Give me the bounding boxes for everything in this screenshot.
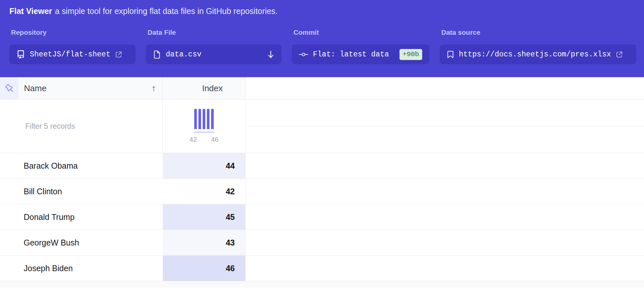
bookmark-icon [447,50,454,59]
name-filter-cell [0,100,163,153]
index-cell: 42 [163,179,245,204]
data-table: Name ↑ Index 42 46 [0,77,644,288]
name-cell: GeorgeW Bush [0,230,163,255]
data-source-label: Data source [441,29,636,36]
row-spacer [245,230,644,255]
filter-spacer [245,100,644,153]
index-cell: 46 [163,256,245,281]
data-file-button[interactable]: data.csv [146,44,281,64]
app-header: Flat Viewera simple tool for exploring f… [0,0,644,77]
index-cell: 43 [163,230,245,255]
column-name-label: Name [24,83,46,93]
row-spacer [245,179,644,204]
index-cell: 44 [163,153,245,178]
column-header-index[interactable]: Index [163,77,245,99]
index-histogram-filter[interactable]: 42 46 [163,100,245,153]
commit-size-badge: +90b [400,49,422,60]
commit-icon [299,50,308,59]
pin-icon [5,84,14,92]
name-cell: Joseph Biden [0,256,163,281]
name-cell: Donald Trump [0,204,163,230]
table-row: Barack Obama44 [0,153,644,179]
histogram-labels: 42 46 [189,136,219,143]
commit-button[interactable]: Flat: latest data +90b [292,44,429,64]
data-file-control: Data File data.csv [146,29,281,64]
table-row: Joseph Biden46 [0,256,644,281]
table-body: Barack Obama44Bill Clinton42Donald Trump… [0,153,644,281]
name-cell: Barack Obama [0,153,163,178]
filter-spacer-cell [245,100,644,126]
histogram-bar [207,109,209,129]
data-source-control: Data source https://docs.sheetjs.com/pre… [440,29,636,64]
data-source-button[interactable]: https://docs.sheetjs.com/pres.xlsx [440,44,636,64]
histogram-bar [198,109,201,129]
histogram-bar [211,109,214,129]
column-header-name[interactable]: Name ↑ [18,77,163,99]
histogram-max-label: 46 [211,136,219,143]
filter-row: 42 46 [0,100,644,153]
header-spacer [245,77,644,99]
data-source-url: https://docs.sheetjs.com/pres.xlsx [459,50,611,59]
repository-value: SheetJS/flat-sheet [30,50,110,59]
commit-control: Commit Flat: latest data +90b [292,29,429,64]
histogram-bars [194,109,214,129]
sort-ascending-icon: ↑ [152,83,156,93]
commit-message: Flat: latest data [313,50,389,59]
app-subtitle: a simple tool for exploring flat data fi… [55,6,278,16]
repository-label: Repository [11,29,136,36]
row-spacer [245,153,644,178]
pin-column-button[interactable] [0,77,18,99]
repository-control: Repository SheetJS/flat-sheet [9,29,136,64]
bottom-strip [0,281,644,288]
name-cell: Bill Clinton [0,179,163,204]
filter-input[interactable] [0,122,162,131]
data-file-label: Data File [148,29,281,36]
table-row: GeorgeW Bush43 [0,230,644,256]
commit-label: Commit [293,29,429,36]
index-cell: 45 [163,204,245,230]
file-icon [153,50,161,59]
histogram-bar [194,109,197,129]
index-histogram: 42 46 [189,109,219,143]
flat-viewer-app: Flat Viewera simple tool for exploring f… [0,0,644,288]
row-spacer [245,204,644,230]
external-link-icon [115,51,123,58]
title-row: Flat Viewera simple tool for exploring f… [9,6,636,17]
data-file-value: data.csv [166,50,201,59]
histogram-bar [203,109,205,129]
repo-icon [17,50,25,59]
repository-button[interactable]: SheetJS/flat-sheet [9,44,136,64]
histogram-range-track [194,132,214,133]
external-link-icon [615,51,623,58]
table-header-row: Name ↑ Index [0,77,644,100]
download-arrow-icon [267,50,274,59]
column-index-label: Index [202,83,223,93]
histogram-min-label: 42 [189,136,197,143]
table-row: Donald Trump45 [0,204,644,230]
controls-row: Repository SheetJS/flat-sheet Data File [9,29,636,64]
table-row: Bill Clinton42 [0,179,644,204]
row-spacer [245,256,644,281]
app-title: Flat Viewer [9,6,52,16]
